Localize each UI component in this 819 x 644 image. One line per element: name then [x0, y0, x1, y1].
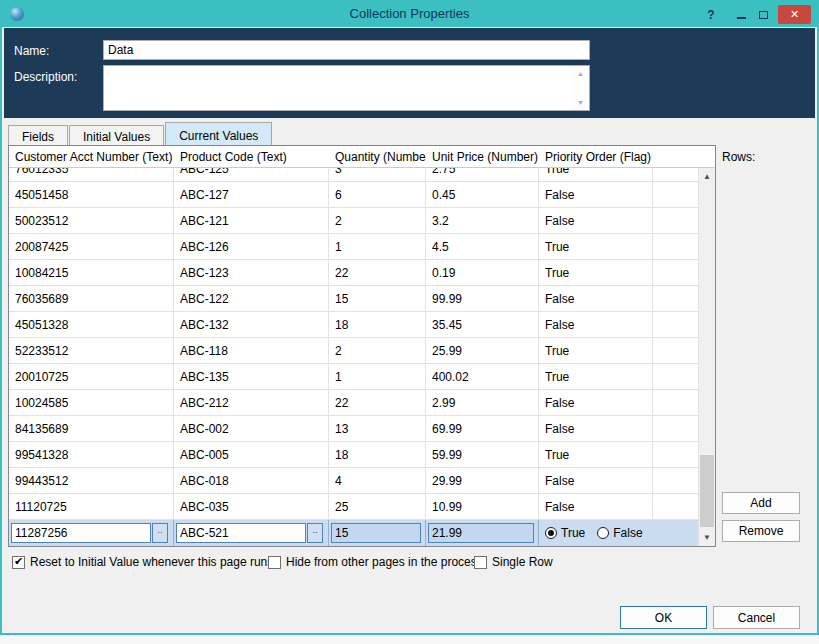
hide-pages-checkbox[interactable] [268, 556, 281, 569]
grid-cell[interactable]: 2 [329, 338, 426, 363]
grid-cell[interactable]: 4.5 [426, 234, 539, 259]
grid-cell[interactable]: 2 [329, 208, 426, 233]
grid-cell[interactable]: ABC-125 [174, 168, 329, 181]
grid-cell[interactable]: 45051328 [9, 312, 174, 337]
table-row[interactable]: 10084215 ABC-123 22 0.19 True [9, 260, 715, 286]
product-code-input[interactable] [176, 523, 306, 543]
grid-cell[interactable]: 52233512 [9, 338, 174, 363]
grid-cell[interactable]: 50023512 [9, 208, 174, 233]
table-row[interactable]: 11120725 ABC-035 25 10.99 False [9, 494, 715, 520]
grid-cell[interactable]: 84135689 [9, 416, 174, 441]
tab-initial-values[interactable]: Initial Values [69, 125, 164, 146]
grid-cell[interactable]: 45051458 [9, 182, 174, 207]
grid-cell[interactable]: ABC-121 [174, 208, 329, 233]
radio-false-label[interactable]: False [613, 526, 642, 540]
table-row[interactable]: 84135689 ABC-002 13 69.99 False [9, 416, 715, 442]
grid-cell[interactable]: 4 [329, 468, 426, 493]
tab-fields[interactable]: Fields [8, 125, 68, 146]
grid-cell[interactable]: ABC-127 [174, 182, 329, 207]
grid-cell[interactable]: False [539, 286, 653, 311]
grid-cell[interactable]: ABC-212 [174, 390, 329, 415]
add-button[interactable]: Add [722, 492, 800, 514]
grid-cell[interactable]: 10.99 [426, 494, 539, 519]
customer-acct-input[interactable] [11, 523, 151, 543]
grid-cell[interactable]: False [539, 208, 653, 233]
grid-cell[interactable]: 20087425 [9, 234, 174, 259]
grid-cell[interactable]: False [539, 182, 653, 207]
grid-cell[interactable]: ABC-002 [174, 416, 329, 441]
grid-cell[interactable]: ABC-126 [174, 234, 329, 259]
grid-cell[interactable]: ABC-132 [174, 312, 329, 337]
grid-cell[interactable]: ABC-035 [174, 494, 329, 519]
table-row[interactable]: 45051458 ABC-127 6 0.45 False [9, 182, 715, 208]
option-single-row[interactable]: Single Row [474, 555, 553, 569]
grid-cell[interactable]: False [539, 416, 653, 441]
customer-ellipsis-button[interactable]: .. [152, 523, 168, 543]
grid-cell[interactable]: ABC-122 [174, 286, 329, 311]
ok-button[interactable]: OK [620, 606, 707, 629]
grid-cell[interactable]: 3.2 [426, 208, 539, 233]
grid-cell[interactable]: 22 [329, 390, 426, 415]
option-reset-initial[interactable]: Reset to Initial Value whenever this pag… [12, 555, 273, 569]
description-scroll-down-icon[interactable]: ▼ [572, 95, 589, 110]
grid-cell[interactable]: False [539, 468, 653, 493]
table-row[interactable]: 99443512 ABC-018 4 29.99 False [9, 468, 715, 494]
tab-current-values[interactable]: Current Values [165, 122, 272, 146]
remove-button[interactable]: Remove [722, 520, 800, 542]
grid-cell[interactable]: False [539, 390, 653, 415]
radio-false[interactable] [597, 527, 609, 539]
grid-scroll-up-icon[interactable]: ▲ [699, 168, 715, 185]
minimize-icon[interactable] [730, 5, 752, 24]
grid-cell[interactable]: 22 [329, 260, 426, 285]
grid-cell[interactable]: 15 [329, 286, 426, 311]
grid-cell[interactable]: ABC-005 [174, 442, 329, 467]
grid-cell[interactable]: True [539, 442, 653, 467]
single-row-checkbox[interactable] [474, 556, 487, 569]
grid-scroll-down-icon[interactable]: ▼ [699, 529, 715, 546]
grid-cell[interactable]: True [539, 168, 653, 181]
grid-cell[interactable]: 25.99 [426, 338, 539, 363]
grid-cell[interactable]: False [539, 312, 653, 337]
grid-cell[interactable]: 99541328 [9, 442, 174, 467]
description-input[interactable] [104, 66, 572, 110]
option-hide-pages[interactable]: Hide from other pages in the process [268, 555, 483, 569]
table-row[interactable]: 76035689 ABC-122 15 99.99 False [9, 286, 715, 312]
radio-true-label[interactable]: True [561, 526, 585, 540]
grid-cell[interactable]: 18 [329, 442, 426, 467]
grid-cell[interactable]: 76012335 [9, 168, 174, 181]
grid-cell[interactable]: True [539, 338, 653, 363]
grid-cell[interactable]: 35.45 [426, 312, 539, 337]
table-row[interactable]: 52233512 ABC-118 2 25.99 True [9, 338, 715, 364]
radio-true[interactable] [545, 527, 557, 539]
grid-cell[interactable]: True [539, 364, 653, 389]
grid-cell[interactable]: 0.45 [426, 182, 539, 207]
grid-row-partial[interactable]: 76012335 ABC-125 3 2.75 True [9, 168, 715, 182]
grid-cell[interactable]: 25 [329, 494, 426, 519]
grid-cell[interactable]: 99.99 [426, 286, 539, 311]
grid-cell[interactable]: 2.75 [426, 168, 539, 181]
table-row[interactable]: 45051328 ABC-132 18 35.45 False [9, 312, 715, 338]
grid-cell[interactable]: ABC-118 [174, 338, 329, 363]
name-input[interactable] [103, 40, 590, 60]
grid-cell[interactable]: 11120725 [9, 494, 174, 519]
grid-scrollbar[interactable]: ▲ ▼ [698, 168, 715, 546]
help-icon[interactable]: ? [700, 5, 722, 24]
grid-cell[interactable]: 18 [329, 312, 426, 337]
grid-cell[interactable]: False [539, 494, 653, 519]
table-row[interactable]: 50023512 ABC-121 2 3.2 False [9, 208, 715, 234]
grid-cell[interactable]: 13 [329, 416, 426, 441]
table-row[interactable]: 10024585 ABC-212 22 2.99 False [9, 390, 715, 416]
grid-cell[interactable]: ABC-018 [174, 468, 329, 493]
grid-cell[interactable]: 69.99 [426, 416, 539, 441]
reset-initial-checkbox[interactable] [12, 556, 25, 569]
close-icon[interactable]: ✕ [778, 5, 811, 24]
grid-cell[interactable]: ABC-135 [174, 364, 329, 389]
grid-cell[interactable]: 10024585 [9, 390, 174, 415]
product-ellipsis-button[interactable]: .. [307, 523, 323, 543]
grid-cell[interactable]: 3 [329, 168, 426, 181]
table-row[interactable]: 99541328 ABC-005 18 59.99 True [9, 442, 715, 468]
grid-cell[interactable]: 1 [329, 364, 426, 389]
grid-cell[interactable]: 59.99 [426, 442, 539, 467]
title-bar[interactable]: Collection Properties ? ✕ [2, 2, 817, 27]
description-scroll-up-icon[interactable]: ▲ [572, 66, 589, 81]
